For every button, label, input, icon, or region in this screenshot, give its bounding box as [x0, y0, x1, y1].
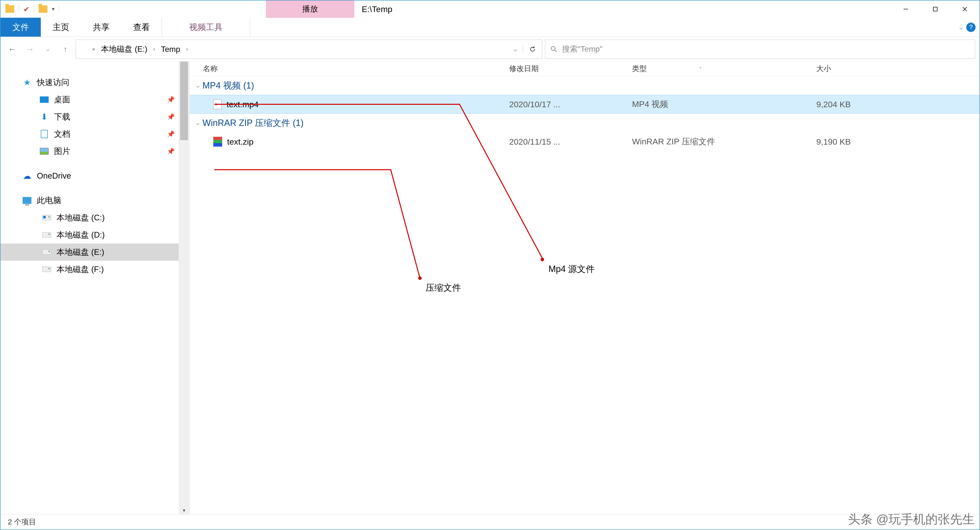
pin-icon: 📌	[167, 96, 175, 104]
sidebar-item-label: 本地磁盘 (F:)	[57, 264, 104, 275]
sidebar-item-pictures[interactable]: 图片 📌	[0, 143, 189, 160]
history-dropdown-icon[interactable]: ⌵	[40, 42, 55, 57]
breadcrumb-prefix: «	[91, 46, 97, 53]
svg-point-4	[551, 46, 555, 50]
watermark: 头条 @玩手机的张先生	[848, 511, 975, 528]
file-name: text.zip	[227, 137, 254, 147]
sidebar-item-this-pc[interactable]: 此电脑	[0, 192, 189, 209]
column-name[interactable]: 名称	[190, 64, 509, 74]
sidebar-item-label: OneDrive	[37, 171, 71, 180]
svg-line-7	[391, 170, 420, 278]
address-dropdown-icon[interactable]: ⌵	[508, 46, 523, 53]
sidebar-item-label: 桌面	[54, 94, 70, 105]
separator	[59, 6, 59, 13]
navigation-bar: ← → ⌵ ↑ « 本地磁盘 (E:) › Temp › ⌵ 搜索"Temp"	[0, 37, 980, 61]
sidebar-item-desktop[interactable]: 桌面 📌	[0, 91, 189, 108]
back-button[interactable]: ←	[5, 42, 20, 57]
sidebar-item-drive-c[interactable]: 本地磁盘 (C:)	[0, 209, 189, 226]
up-button[interactable]: ↑	[58, 42, 73, 57]
group-label: WinRAR ZIP 压缩文件 (1)	[202, 117, 304, 129]
file-size: 9,204 KB	[816, 100, 915, 109]
pin-icon: 📌	[167, 113, 175, 121]
search-icon	[550, 45, 558, 53]
file-date: 2020/10/17 ...	[509, 100, 632, 109]
window-title: E:\Temp	[354, 0, 891, 18]
desktop-icon	[40, 96, 49, 103]
svg-rect-1	[933, 7, 937, 11]
ribbon-tab-share[interactable]: 共享	[81, 18, 121, 37]
group-header-mp4[interactable]: ⌵ MP4 视频 (1)	[190, 76, 980, 95]
file-row[interactable]: text.zip 2020/11/15 ... WinRAR ZIP 压缩文件 …	[190, 132, 980, 151]
new-folder-icon[interactable]	[38, 5, 48, 13]
status-bar: 2 个项目	[0, 514, 980, 530]
annotation-dot	[541, 258, 544, 261]
refresh-button[interactable]	[523, 46, 542, 53]
pc-icon	[22, 197, 32, 204]
ribbon-tab-home[interactable]: 主页	[41, 18, 81, 37]
group-label: MP4 视频 (1)	[202, 80, 254, 92]
sort-ascending-icon: ⌃	[699, 66, 702, 71]
explorer-window: ✔ ▾ 播放 E:\Temp 文件 主页 共享 查看 视频工具 ⌵ ? ← → …	[0, 0, 980, 530]
breadcrumb-segment[interactable]: 本地磁盘 (E:)	[101, 44, 147, 54]
separator	[34, 6, 34, 13]
file-size: 9,190 KB	[816, 137, 915, 147]
sidebar-item-drive-d[interactable]: 本地磁盘 (D:)	[0, 226, 189, 243]
sidebar-item-onedrive[interactable]: ☁ OneDrive	[0, 167, 189, 184]
column-type[interactable]: 类型 ⌃	[632, 64, 816, 74]
annotation-line	[214, 104, 460, 105]
sidebar-item-label: 本地磁盘 (D:)	[57, 230, 105, 241]
breadcrumb[interactable]: « 本地磁盘 (E:) › Temp ›	[76, 44, 508, 54]
sidebar-scrollbar[interactable]: ▴ ▾	[179, 61, 189, 514]
titlebar: ✔ ▾ 播放 E:\Temp	[0, 0, 980, 18]
sidebar-item-label: 下载	[54, 112, 70, 123]
sidebar-item-drive-e[interactable]: 本地磁盘 (E:)	[0, 243, 189, 261]
folder-icon	[5, 5, 14, 13]
ribbon-file-tab[interactable]: 文件	[0, 18, 41, 37]
breadcrumb-segment[interactable]: Temp	[161, 45, 180, 54]
sidebar-item-label: 图片	[54, 146, 70, 157]
annotation-connector	[390, 169, 439, 283]
star-icon: ★	[22, 78, 32, 87]
context-tab-play[interactable]: 播放	[266, 0, 354, 18]
maximize-button[interactable]	[921, 0, 950, 18]
folder-icon	[80, 46, 86, 52]
properties-icon[interactable]: ✔	[23, 5, 30, 14]
help-icon[interactable]: ?	[966, 22, 975, 32]
ribbon-tab-view[interactable]: 查看	[121, 18, 162, 37]
annotation-dot	[418, 276, 422, 280]
separator	[19, 6, 19, 13]
file-type: WinRAR ZIP 压缩文件	[632, 136, 816, 147]
qat-dropdown-icon[interactable]: ▾	[52, 6, 54, 12]
download-icon: ⬇	[40, 112, 49, 121]
annotation-line	[214, 169, 391, 170]
column-type-label: 类型	[632, 64, 647, 74]
sidebar-item-drive-f[interactable]: 本地磁盘 (F:)	[0, 261, 189, 278]
column-date[interactable]: 修改日期	[509, 64, 632, 74]
minimize-button[interactable]	[891, 0, 921, 18]
sidebar-item-label: 本地磁盘 (C:)	[57, 212, 105, 223]
scroll-down-icon[interactable]: ▾	[179, 508, 189, 513]
column-size[interactable]: 大小	[816, 64, 915, 74]
file-date: 2020/11/15 ...	[509, 137, 632, 147]
document-icon	[41, 130, 48, 138]
sidebar-item-quick-access[interactable]: ★ 快速访问	[0, 74, 189, 91]
file-list: 名称 修改日期 类型 ⌃ 大小 ⌵ MP4 视频 (1) text.mp4 20…	[190, 61, 980, 514]
svg-line-5	[555, 50, 557, 52]
chevron-down-icon: ⌵	[196, 120, 200, 126]
annotation-zip-label: 压缩文件	[426, 282, 461, 294]
search-input[interactable]: 搜索"Temp"	[545, 40, 975, 59]
chevron-right-icon[interactable]: ›	[185, 46, 189, 53]
sidebar-item-downloads[interactable]: ⬇ 下载 📌	[0, 108, 189, 125]
window-controls	[891, 0, 980, 18]
forward-button[interactable]: →	[22, 42, 37, 57]
ribbon-expand-icon[interactable]: ⌵	[959, 24, 963, 31]
close-button[interactable]	[950, 0, 980, 18]
chevron-right-icon[interactable]: ›	[152, 46, 156, 53]
sidebar-item-label: 文档	[54, 129, 70, 140]
scrollbar-thumb[interactable]	[180, 61, 188, 140]
file-type: MP4 视频	[632, 99, 816, 110]
address-bar[interactable]: « 本地磁盘 (E:) › Temp › ⌵	[76, 40, 542, 59]
sidebar-item-documents[interactable]: 文档 📌	[0, 125, 189, 143]
ribbon-tab-video-tools[interactable]: 视频工具	[162, 18, 250, 37]
group-header-zip[interactable]: ⌵ WinRAR ZIP 压缩文件 (1)	[190, 113, 980, 132]
